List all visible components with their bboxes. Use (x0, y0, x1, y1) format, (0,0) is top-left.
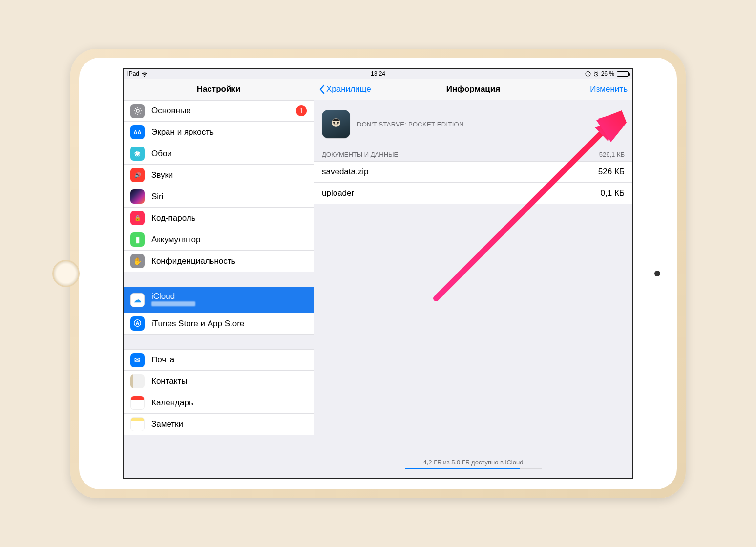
sidebar-item-icloud[interactable]: ☁iCloud (124, 287, 314, 313)
storage-footer: 4,2 ГБ из 5,0 ГБ доступно в iCloud (314, 455, 632, 478)
edit-button[interactable]: Изменить (590, 84, 628, 94)
svg-point-5 (337, 122, 339, 124)
sidebar-item-label: Контакты (151, 377, 187, 386)
siri-icon (130, 189, 145, 204)
sidebar-item-label: Обои (151, 149, 172, 159)
settings-sidebar: Настройки Основные1AAЭкран и яркость❀Обо… (124, 79, 314, 478)
passcode-icon: 🔒 (130, 211, 145, 225)
file-name: savedata.zip (322, 167, 368, 177)
app-name-label: DON'T STARVE: POCKET EDITION (357, 121, 464, 128)
section-total-size: 526,1 КБ (599, 151, 625, 158)
wallpaper-icon: ❀ (130, 147, 145, 161)
sidebar-item-экран-и-яркость[interactable]: AAЭкран и яркость (124, 122, 314, 143)
storage-bar-fill (405, 468, 520, 469)
sidebar-item-основные[interactable]: Основные1 (124, 100, 314, 122)
status-time: 13:24 (371, 70, 385, 77)
storage-bar (405, 468, 542, 469)
cloud-icon: ☁ (130, 293, 145, 307)
sidebar-item-почта[interactable]: ✉Почта (124, 349, 314, 371)
detail-title: Информация (446, 84, 500, 94)
appstore-icon: Ⓐ (130, 316, 145, 331)
app-header: DON'T STARVE: POCKET EDITION (314, 100, 632, 148)
sidebar-item-label: Siri (151, 192, 164, 202)
privacy-icon: ✋ (130, 254, 145, 268)
calendar-icon (130, 396, 145, 410)
sounds-icon: 🔊 (130, 168, 145, 182)
detail-navbar: Хранилище Информация Изменить (314, 79, 632, 100)
sidebar-item-label: Почта (151, 355, 174, 365)
sidebar-item-label: iTunes Store и App Store (151, 319, 244, 329)
sidebar-item-label: iCloud (151, 292, 195, 301)
sidebar-item-label: Календарь (151, 398, 193, 408)
front-camera (654, 271, 660, 276)
gear-icon (130, 104, 145, 118)
contacts-icon (130, 374, 145, 388)
sidebar-title: Настройки (124, 79, 314, 100)
sidebar-item-заметки[interactable]: Заметки (124, 414, 314, 435)
mail-icon: ✉ (130, 353, 145, 367)
file-row[interactable]: savedata.zip526 КБ (314, 161, 632, 183)
svg-point-2 (136, 109, 139, 112)
sidebar-item-обои[interactable]: ❀Обои (124, 143, 314, 165)
status-bar: iPad 13:24 26 % (124, 69, 632, 79)
sidebar-item-календарь[interactable]: Календарь (124, 392, 314, 414)
sidebar-item-контакты[interactable]: Контакты (124, 371, 314, 392)
wifi-icon (141, 71, 148, 77)
file-size: 526 КБ (598, 167, 625, 177)
device-frame: iPad 13:24 26 % (70, 49, 686, 498)
device-label: iPad (127, 70, 139, 77)
svg-point-4 (333, 122, 335, 124)
file-name: uploader (322, 189, 354, 198)
sidebar-item-label: Основные (151, 106, 191, 116)
sidebar-item-siri[interactable]: Siri (124, 186, 314, 208)
section-header: ДОКУМЕНТЫ И ДАННЫЕ 526,1 КБ (314, 148, 632, 161)
battery-percent: 26 % (601, 70, 614, 77)
home-button[interactable] (52, 260, 80, 287)
back-label: Хранилище (326, 84, 371, 94)
back-button[interactable]: Хранилище (319, 84, 371, 94)
sidebar-item-label: Экран и яркость (151, 127, 214, 137)
sidebar-item-конфиденциальность[interactable]: ✋Конфиденциальность (124, 251, 314, 272)
sidebar-item-label: Код-пароль (151, 213, 196, 223)
file-row[interactable]: uploader0,1 КБ (314, 183, 632, 204)
storage-footer-label: 4,2 ГБ из 5,0 ГБ доступно в iCloud (314, 459, 632, 466)
sidebar-item-аккумулятор[interactable]: ▮Аккумулятор (124, 229, 314, 251)
brightness-icon: AA (130, 125, 145, 139)
sidebar-item-код-пароль[interactable]: 🔒Код-пароль (124, 208, 314, 229)
app-icon (322, 110, 350, 138)
sidebar-item-label: Аккумулятор (151, 235, 200, 245)
rotation-lock-icon (585, 71, 591, 77)
detail-pane: Хранилище Информация Изменить DON'T STAR… (314, 79, 632, 478)
sidebar-item-звуки[interactable]: 🔊Звуки (124, 165, 314, 186)
section-header-label: ДОКУМЕНТЫ И ДАННЫЕ (322, 151, 398, 158)
sidebar-item-label: Заметки (151, 420, 183, 429)
chevron-left-icon (319, 84, 325, 94)
device-bezel: iPad 13:24 26 % (79, 58, 677, 489)
notes-icon (130, 417, 145, 431)
alarm-icon (593, 71, 599, 77)
sidebar-item-subtitle (151, 301, 195, 308)
battery-icon (617, 71, 629, 77)
file-size: 0,1 КБ (601, 189, 625, 198)
sidebar-item-itunes-store-и-app-store[interactable]: ⒶiTunes Store и App Store (124, 313, 314, 335)
sidebar-item-label: Звуки (151, 170, 173, 180)
screen: iPad 13:24 26 % (123, 68, 633, 479)
sidebar-item-label: Конфиденциальность (151, 256, 235, 266)
notification-badge: 1 (296, 105, 307, 116)
battery-icon: ▮ (130, 232, 145, 247)
